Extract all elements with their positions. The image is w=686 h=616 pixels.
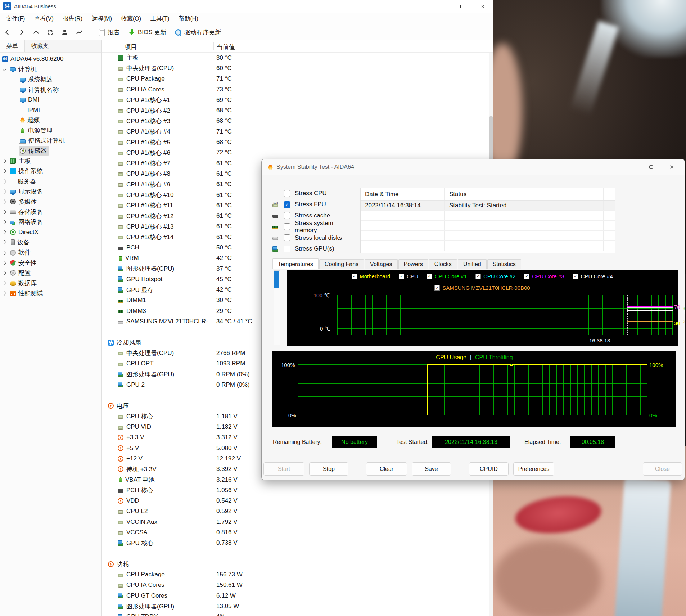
sensor-row[interactable]: CPU #1/核心 #568 °C <box>102 137 487 147</box>
user-button[interactable] <box>58 26 72 39</box>
refresh-button[interactable] <box>43 26 58 39</box>
clear-button[interactable]: Clear <box>366 462 407 476</box>
menu-item[interactable]: 收藏(O) <box>117 14 146 24</box>
stress-option[interactable]: Stress CPU <box>272 188 355 199</box>
stress-option[interactable]: Stress GPU(s) <box>272 243 355 255</box>
chevron-right-icon[interactable] <box>2 240 6 244</box>
sidebar-item[interactable]: 便携式计算机 <box>0 135 101 145</box>
legend-checkbox[interactable] <box>399 274 404 279</box>
chevron-right-icon[interactable] <box>2 281 6 285</box>
menu-item[interactable]: 文件(F) <box>1 14 30 24</box>
sensor-row[interactable]: VCCSA0.816 V <box>102 527 487 538</box>
save-button[interactable]: Save <box>412 462 451 476</box>
toolbar-action-button[interactable]: 驱动程序更新 <box>172 26 227 39</box>
chevron-right-icon[interactable] <box>2 159 6 163</box>
sensor-row[interactable]: CPU #1/核心 #471 °C <box>102 126 487 137</box>
checkbox[interactable] <box>284 223 290 230</box>
dialog-close-button[interactable] <box>662 159 682 175</box>
sensor-section-header[interactable]: 功耗 <box>102 559 487 569</box>
sidebar-item[interactable]: 64AIDA64 v6.80.6200 <box>0 54 101 64</box>
stress-option[interactable]: 123Stress FPU <box>272 199 355 210</box>
sidebar-item[interactable]: 设备 <box>0 237 101 247</box>
checkbox[interactable] <box>284 190 290 197</box>
sidebar-tab-favorites[interactable]: 收藏夹 <box>25 40 55 52</box>
sidebar-item[interactable]: 主板 <box>0 156 101 166</box>
log-row[interactable]: 2022/11/14 16:38:14Stability Test: Start… <box>361 201 615 211</box>
sidebar-item[interactable]: 安全性 <box>0 258 101 268</box>
sensor-row[interactable]: CPU #1/核心 #672 °C <box>102 148 487 158</box>
sensor-row[interactable]: CPU #1/核心 #268 °C <box>102 105 487 116</box>
sensor-row[interactable]: GPU TDP%4% <box>102 612 487 616</box>
sidebar-item[interactable]: 存储设备 <box>0 207 101 217</box>
checkbox[interactable] <box>284 201 290 208</box>
chevron-right-icon[interactable] <box>2 291 6 295</box>
sidebar-tab-menu[interactable]: 菜单 <box>0 40 25 52</box>
sidebar-item[interactable]: DMI <box>0 95 101 105</box>
sidebar-item[interactable]: 传感器 <box>0 146 101 156</box>
stop-button[interactable]: Stop <box>309 462 348 476</box>
sidebar-item[interactable]: 配置 <box>0 268 101 278</box>
sidebar-item[interactable]: 软件 <box>0 248 101 258</box>
forward-button[interactable] <box>14 26 29 39</box>
toolbar-action-button[interactable]: 报告 <box>96 26 126 39</box>
chevron-right-icon[interactable] <box>2 179 6 183</box>
log-col-datetime[interactable]: Date & Time <box>361 188 445 200</box>
sidebar-item[interactable]: IPMI <box>0 105 101 115</box>
chart-scrollbar[interactable] <box>274 270 280 345</box>
menu-item[interactable]: 查看(V) <box>30 14 58 24</box>
menu-item[interactable]: 帮助(H) <box>174 14 203 24</box>
sidebar-item[interactable]: 多媒体 <box>0 197 101 207</box>
sensor-row[interactable]: GPU 核心0.738 V <box>102 538 487 548</box>
chevron-right-icon[interactable] <box>2 251 6 255</box>
up-button[interactable] <box>29 26 43 39</box>
sidebar-item[interactable]: DirectX <box>0 227 101 237</box>
checkbox[interactable] <box>284 212 290 219</box>
preferences-button[interactable]: Preferences <box>513 462 554 476</box>
tab-unified[interactable]: Unified <box>458 259 487 269</box>
column-header-value[interactable]: 当前值 <box>217 43 235 51</box>
legend-checkbox[interactable] <box>352 274 357 279</box>
sidebar-item[interactable]: 电源管理 <box>0 125 101 135</box>
chevron-right-icon[interactable] <box>2 261 6 265</box>
chevron-right-icon[interactable] <box>2 210 6 214</box>
sensor-row[interactable]: VDD0.542 V <box>102 495 487 506</box>
tab-statistics[interactable]: Statistics <box>487 259 521 269</box>
dialog-maximize-button[interactable] <box>641 159 662 175</box>
checkbox[interactable] <box>284 234 290 241</box>
chevron-right-icon[interactable] <box>2 230 6 234</box>
tab-clocks[interactable]: Clocks <box>429 259 457 269</box>
close-button[interactable] <box>473 0 493 13</box>
checkbox[interactable] <box>284 246 290 252</box>
chevron-right-icon[interactable] <box>2 200 6 204</box>
sensor-row[interactable]: CPU #1/核心 #368 °C <box>102 116 487 126</box>
sidebar-item[interactable]: 性能测试 <box>0 288 101 298</box>
maximize-button[interactable] <box>452 0 473 13</box>
sidebar-item[interactable]: 系统概述 <box>0 75 101 85</box>
dialog-minimize-button[interactable] <box>620 159 641 175</box>
sensor-row[interactable]: CPU #1/核心 #169 °C <box>102 95 487 105</box>
sensor-row[interactable]: PCH 核心1.056 V <box>102 485 487 495</box>
sidebar-item[interactable]: 网络设备 <box>0 217 101 227</box>
tab-powers[interactable]: Powers <box>398 259 428 269</box>
sensor-row[interactable]: CPU L20.592 V <box>102 506 487 517</box>
legend-checkbox[interactable] <box>524 274 529 279</box>
sidebar-item[interactable]: 超频 <box>0 115 101 125</box>
chevron-down-icon[interactable] <box>2 67 6 71</box>
sensor-row[interactable]: CPU Package156.73 W <box>102 570 487 580</box>
stress-option[interactable]: Stress system memory <box>272 221 355 232</box>
tab-voltages[interactable]: Voltages <box>365 259 397 269</box>
legend-checkbox[interactable] <box>573 274 578 279</box>
minimize-button[interactable] <box>431 0 452 13</box>
chevron-right-icon[interactable] <box>2 189 6 193</box>
sidebar-item[interactable]: 计算机 <box>0 64 101 74</box>
sensor-row[interactable]: 图形处理器(GPU)13.05 W <box>102 601 487 611</box>
menu-item[interactable]: 报告(R) <box>58 14 87 24</box>
chevron-right-icon[interactable] <box>2 169 6 173</box>
stress-option[interactable]: Stress local disks <box>272 232 355 243</box>
sensor-row[interactable]: CPU IA Cores150.61 W <box>102 580 487 590</box>
legend-checkbox[interactable] <box>434 285 440 291</box>
cpuid-button[interactable]: CPUID <box>469 462 509 476</box>
sidebar-item[interactable]: 计算机名称 <box>0 85 101 95</box>
graph-button[interactable] <box>72 26 86 39</box>
sensor-row[interactable]: CPU IA Cores73 °C <box>102 84 487 95</box>
